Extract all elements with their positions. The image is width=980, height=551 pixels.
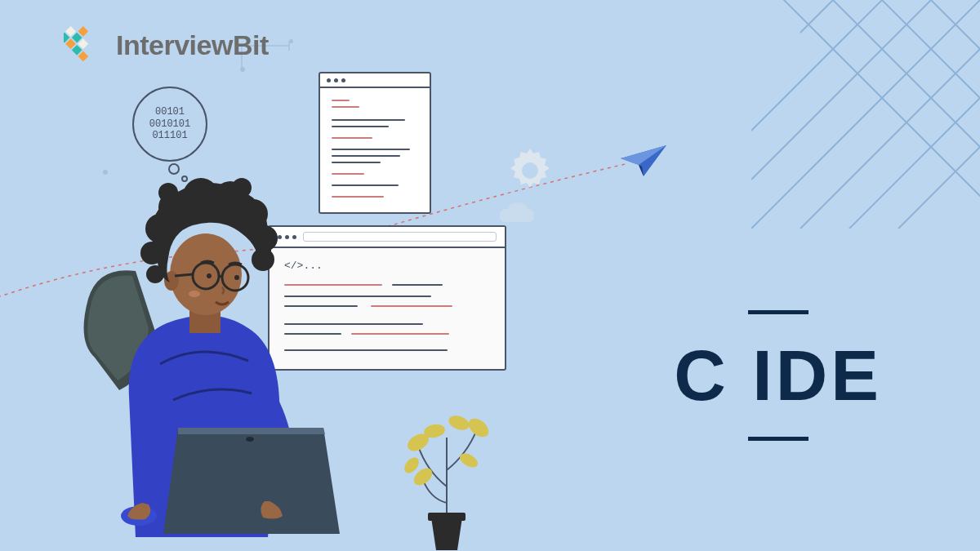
svg-point-50 — [232, 178, 252, 198]
title-block: C IDE — [674, 310, 882, 441]
svg-point-27 — [457, 451, 480, 470]
svg-point-42 — [183, 178, 219, 214]
svg-point-46 — [252, 248, 274, 271]
page-title: C IDE — [674, 334, 882, 417]
svg-line-7 — [751, 0, 915, 131]
person-illustration-icon — [78, 178, 372, 551]
svg-point-45 — [252, 225, 278, 251]
binary-line: 0010101 — [149, 118, 190, 130]
svg-line-5 — [751, 0, 980, 229]
binary-line: 011101 — [152, 130, 187, 141]
bg-dot — [103, 170, 108, 175]
svg-point-47 — [140, 242, 163, 264]
svg-line-9 — [800, 16, 980, 229]
svg-point-44 — [238, 199, 268, 229]
svg-point-24 — [447, 413, 471, 433]
title-bar-top — [748, 310, 808, 314]
svg-point-25 — [465, 415, 492, 441]
thought-dot-icon — [168, 163, 180, 175]
svg-line-6 — [751, 0, 964, 180]
svg-point-39 — [189, 291, 200, 297]
svg-line-8 — [800, 0, 866, 33]
svg-point-37 — [207, 273, 212, 278]
brand-logo: InterviewBit — [64, 23, 269, 67]
svg-line-11 — [898, 114, 980, 229]
binary-line: 00101 — [155, 106, 185, 118]
svg-point-52 — [246, 437, 254, 442]
svg-line-35 — [219, 276, 222, 277]
svg-point-38 — [234, 275, 239, 280]
binary-bubble-icon: 00101 0010101 011101 — [132, 87, 207, 162]
title-bar-bottom — [748, 437, 808, 441]
plant-icon — [385, 389, 508, 551]
gear-icon — [505, 145, 555, 196]
diamond-grid-icon — [751, 0, 980, 229]
svg-point-21 — [522, 162, 538, 179]
logo-mark-icon — [64, 23, 108, 67]
svg-point-49 — [158, 183, 178, 202]
paper-plane-icon — [619, 144, 670, 181]
svg-line-10 — [849, 65, 980, 229]
svg-point-48 — [146, 265, 164, 283]
svg-line-36 — [175, 274, 193, 276]
svg-rect-29 — [428, 513, 466, 521]
brand-name: InterviewBit — [116, 29, 269, 61]
